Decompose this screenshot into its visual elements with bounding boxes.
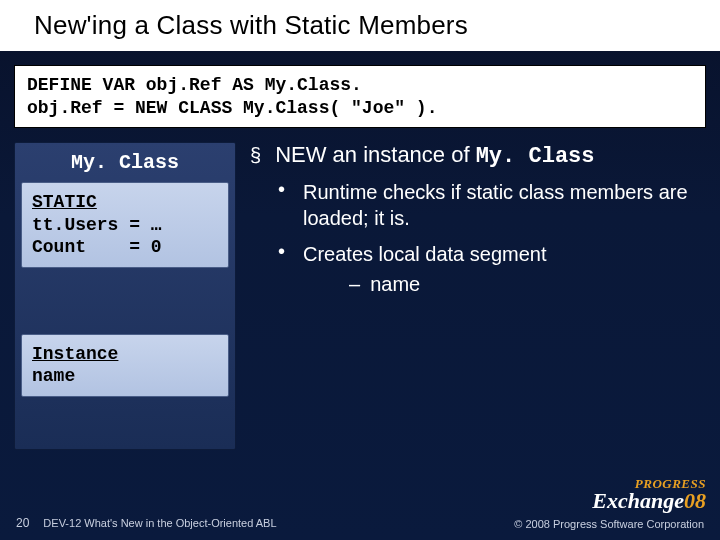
sub-sub-text: name (370, 271, 420, 297)
logo-event: Exchange08 (592, 490, 706, 512)
bullet-2-wrap: Creates local data segment – name (303, 241, 546, 297)
event-logo: PROGRESS Exchange08 (592, 477, 706, 512)
static-line-1: tt.Users = … (32, 215, 162, 235)
footer: 20 DEV-12 What's New in the Object-Orien… (0, 516, 720, 530)
instance-label: Instance (32, 344, 118, 364)
session-name: DEV-12 What's New in the Object-Oriented… (43, 517, 276, 529)
sub-bullet-list: • Runtime checks if static class members… (250, 179, 706, 297)
static-label: STATIC (32, 192, 97, 212)
class-box: My. Class STATIC tt.Users = … Count = 0 … (14, 142, 236, 450)
page-number: 20 (16, 516, 29, 530)
list-item: • Runtime checks if static class members… (278, 179, 706, 231)
bullet-content: § NEW an instance of My. Class • Runtime… (250, 142, 706, 450)
instance-line-1: name (32, 366, 75, 386)
bullet-head-text: NEW an instance of My. Class (275, 142, 594, 169)
bullet-head: § NEW an instance of My. Class (250, 142, 706, 169)
slide-title: New'ing a Class with Static Members (0, 0, 720, 51)
sub-sub-list: – name (303, 271, 546, 297)
bullet-dot-icon: • (278, 179, 285, 231)
code-sample: DEFINE VAR obj.Ref AS My.Class. obj.Ref … (14, 65, 706, 128)
code-line-1: DEFINE VAR obj.Ref AS My.Class. (27, 75, 362, 95)
content-row: My. Class STATIC tt.Users = … Count = 0 … (14, 142, 706, 450)
list-item: • Creates local data segment – name (278, 241, 706, 297)
static-section: STATIC tt.Users = … Count = 0 (21, 182, 229, 268)
bullet-2-text: Creates local data segment (303, 243, 546, 265)
slide: New'ing a Class with Static Members DEFI… (0, 0, 720, 540)
dash-icon: – (349, 271, 360, 297)
copyright: © 2008 Progress Software Corporation (514, 518, 704, 530)
bullet-head-mono: My. Class (476, 144, 595, 169)
bullet-1-text: Runtime checks if static class members a… (303, 179, 706, 231)
logo-event-right: 08 (684, 488, 706, 513)
bullet-dot-icon: • (278, 241, 285, 297)
section-icon: § (250, 145, 261, 165)
static-line-2: Count = 0 (32, 237, 162, 257)
class-box-title: My. Class (21, 149, 229, 182)
bullet-head-prefix: NEW an instance of (275, 142, 476, 167)
footer-left: 20 DEV-12 What's New in the Object-Orien… (16, 516, 277, 530)
instance-section: Instance name (21, 334, 229, 397)
sub-sub-item: – name (349, 271, 546, 297)
logo-event-left: Exchange (592, 488, 684, 513)
code-line-2: obj.Ref = NEW CLASS My.Class( "Joe" ). (27, 98, 437, 118)
